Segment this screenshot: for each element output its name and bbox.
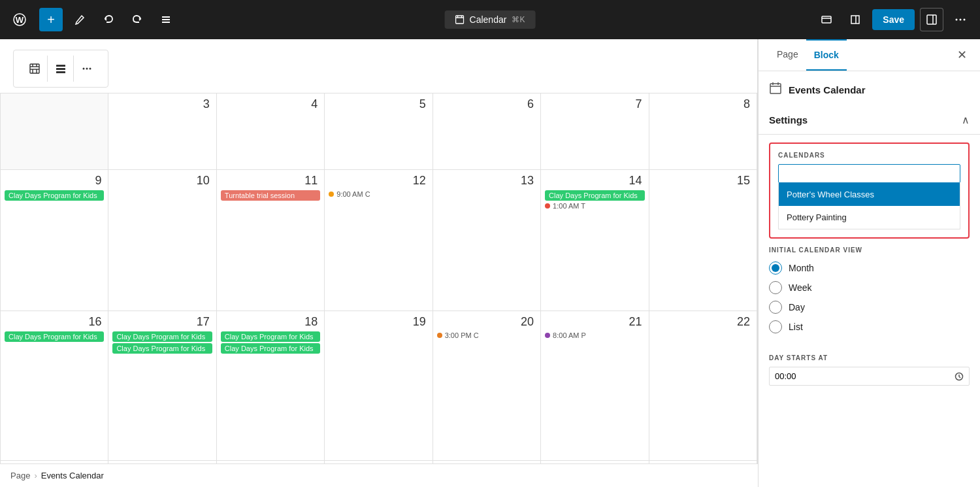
time-input-wrapper[interactable]: 00:00 xyxy=(769,367,970,386)
breadcrumb-parent[interactable]: Page xyxy=(10,471,30,480)
panel-close-button[interactable]: ✕ xyxy=(955,45,970,65)
calendar-option-potters-wheel[interactable]: Potter's Wheel Classes xyxy=(778,183,960,206)
more-options-button[interactable] xyxy=(949,8,972,31)
tab-page[interactable]: Page xyxy=(769,40,806,70)
day-number-9: 9 xyxy=(5,174,104,188)
radio-week-label: Week xyxy=(789,282,812,293)
day-number-22: 22 xyxy=(653,315,753,329)
day-number-13: 13 xyxy=(437,174,536,188)
radio-day[interactable] xyxy=(769,301,782,314)
radio-week[interactable] xyxy=(769,281,782,294)
cal-day-22[interactable]: 22 xyxy=(649,311,757,460)
svg-rect-4 xyxy=(162,22,170,23)
calendar-view-btn[interactable] xyxy=(22,56,48,82)
cal-day-16[interactable]: 16 Clay Days Program for Kids xyxy=(1,311,108,460)
main-layout: 3 4 5 6 7 xyxy=(0,39,980,487)
cal-day-21[interactable]: 21 8:00 AM P xyxy=(541,311,649,460)
calendars-section: CALENDARS Potter's Wheel Classes Pottery… xyxy=(769,143,970,239)
redo-button[interactable] xyxy=(125,8,149,31)
day-starts-label: DAY STARTS AT xyxy=(769,354,970,361)
cal-day-15[interactable]: 15 xyxy=(649,170,757,311)
svg-point-9 xyxy=(960,19,962,21)
day-number-7: 7 xyxy=(545,97,644,111)
view-option-month[interactable]: Month xyxy=(769,261,970,275)
clock-icon xyxy=(955,372,964,381)
radio-list[interactable] xyxy=(769,320,782,333)
add-button[interactable]: + xyxy=(39,8,63,31)
calendars-search-input[interactable] xyxy=(778,164,960,183)
event-clay-16[interactable]: Clay Days Program for Kids xyxy=(5,331,104,342)
cal-day-17[interactable]: 17 Clay Days Program for Kids Clay Days … xyxy=(108,311,216,460)
event-clay-18b[interactable]: Clay Days Program for Kids xyxy=(221,343,320,354)
event-dot-14 xyxy=(545,203,550,209)
event-clay-9[interactable]: Clay Days Program for Kids xyxy=(5,190,104,201)
event-dot-20 xyxy=(437,333,442,338)
list-view-button[interactable] xyxy=(154,8,178,31)
calendar-option-pottery-painting[interactable]: Pottery Painting xyxy=(778,206,960,229)
tab-block[interactable]: Block xyxy=(806,39,847,71)
cal-day-8[interactable]: 8 xyxy=(649,93,757,170)
cal-day-13[interactable]: 13 xyxy=(433,170,540,311)
day-number-5: 5 xyxy=(329,97,428,111)
cal-day-11[interactable]: 11 Turntable trial session xyxy=(216,170,324,311)
svg-rect-7 xyxy=(927,15,936,24)
events-calendar-icon xyxy=(769,82,782,98)
event-clay-17b[interactable]: Clay Days Program for Kids xyxy=(112,343,212,354)
view-radio-group: Month Week Day List xyxy=(769,261,970,333)
breadcrumb-separator: › xyxy=(34,471,37,480)
event-time-20[interactable]: 3:00 PM C xyxy=(437,331,536,339)
cal-day-7[interactable]: 7 xyxy=(541,93,649,170)
events-calendar-header: Events Calendar xyxy=(759,71,980,103)
cal-day-6[interactable]: 6 xyxy=(433,93,540,170)
radio-list-label: List xyxy=(789,322,803,332)
svg-rect-13 xyxy=(56,68,65,70)
cal-day-3[interactable]: 3 xyxy=(108,93,216,170)
undo-button[interactable] xyxy=(97,8,120,31)
event-turntable-11[interactable]: Turntable trial session xyxy=(221,190,320,201)
cal-day-4[interactable]: 4 xyxy=(216,93,324,170)
cal-day-5[interactable]: 5 xyxy=(325,93,433,170)
settings-panel-button[interactable] xyxy=(920,8,943,31)
event-clay-17a[interactable]: Clay Days Program for Kids xyxy=(112,331,212,342)
cal-day-20[interactable]: 20 3:00 PM C xyxy=(433,311,540,460)
svg-point-8 xyxy=(956,19,958,21)
cal-day-12[interactable]: 12 9:00 AM C xyxy=(325,170,433,311)
keyboard-shortcut: ⌘K xyxy=(512,15,525,24)
day-number-11: 11 xyxy=(221,174,320,188)
events-calendar-title: Events Calendar xyxy=(789,84,866,95)
settings-header: Settings ∧ xyxy=(759,103,980,135)
calendar-table: 3 4 5 6 7 xyxy=(0,93,757,487)
event-dot-21 xyxy=(545,333,550,338)
view-option-list[interactable]: List xyxy=(769,320,970,333)
preview-button[interactable] xyxy=(815,8,838,31)
svg-rect-5 xyxy=(456,16,464,24)
wp-logo[interactable]: W xyxy=(8,8,31,31)
cal-day-18[interactable]: 18 Clay Days Program for Kids Clay Days … xyxy=(216,311,324,460)
list-view-btn[interactable] xyxy=(48,56,74,82)
day-number-21: 21 xyxy=(545,315,644,329)
radio-month[interactable] xyxy=(769,261,782,275)
view-option-day[interactable]: Day xyxy=(769,301,970,314)
cal-day-10[interactable]: 10 xyxy=(108,170,216,311)
view-option-week[interactable]: Week xyxy=(769,281,970,294)
event-clay-18a[interactable]: Clay Days Program for Kids xyxy=(221,331,320,342)
save-button[interactable]: Save xyxy=(872,9,915,30)
svg-point-15 xyxy=(83,68,85,70)
svg-rect-18 xyxy=(770,84,781,93)
more-options-btn[interactable] xyxy=(74,56,100,82)
document-title-area[interactable]: Calendar ⌘K xyxy=(445,10,536,29)
event-time-12[interactable]: 9:00 AM C xyxy=(329,190,428,198)
settings-collapse-button[interactable]: ∧ xyxy=(962,114,970,126)
cal-day-19[interactable]: 19 xyxy=(325,311,433,460)
cal-day-9[interactable]: 9 Clay Days Program for Kids xyxy=(1,170,108,311)
event-dot-12 xyxy=(329,192,334,197)
day-number-6: 6 xyxy=(437,97,536,111)
event-time-14[interactable]: 1:00 AM T xyxy=(545,202,644,210)
edit-icon-button[interactable] xyxy=(68,8,91,31)
icv-label: INITIAL CALENDAR VIEW xyxy=(769,246,970,254)
event-time-21[interactable]: 8:00 AM P xyxy=(545,331,644,339)
cal-day-14[interactable]: 14 Clay Days Program for Kids 1:00 AM T xyxy=(541,170,649,311)
svg-rect-11 xyxy=(30,64,39,73)
view-button[interactable] xyxy=(843,8,867,31)
event-clay-14[interactable]: Clay Days Program for Kids xyxy=(545,190,644,201)
